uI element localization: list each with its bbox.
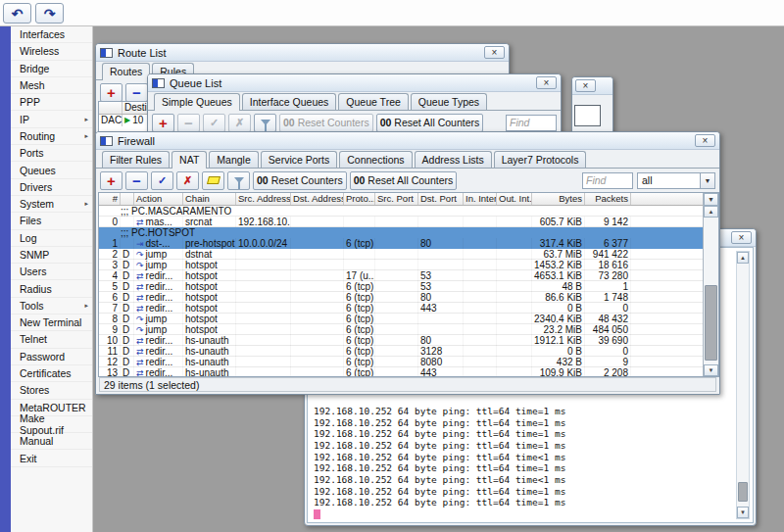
- tab-queue-types[interactable]: Queue Types: [411, 93, 487, 110]
- add-button[interactable]: +: [152, 114, 174, 132]
- add-button[interactable]: +: [100, 83, 122, 102]
- remove-button[interactable]: −: [177, 114, 200, 132]
- table-row[interactable]: 13D⇄redir...hs-unauth6 (tcp)443109.9 KiB…: [99, 367, 703, 376]
- comment-row[interactable]: ;;; PC.MASCARAMENTO: [99, 206, 703, 217]
- disable-button[interactable]: ✗: [228, 114, 251, 132]
- sidebar-item-password[interactable]: Password: [11, 349, 92, 365]
- redo-button[interactable]: ↷: [35, 3, 64, 24]
- scroll-track[interactable]: [737, 264, 749, 507]
- route-list-close-button[interactable]: ×: [484, 46, 505, 59]
- scroll-down-icon[interactable]: ▼: [704, 364, 718, 376]
- queue-list-close-button[interactable]: ×: [536, 76, 557, 89]
- sidebar-item-ppp[interactable]: PPP: [11, 94, 92, 111]
- undo-button[interactable]: ↶: [3, 3, 31, 24]
- remove-button[interactable]: −: [125, 171, 148, 190]
- route-list-titlebar[interactable]: Route List ×: [96, 44, 509, 62]
- table-row[interactable]: 10D⇄redir...hs-unauth6 (tcp)801912.1 KiB…: [99, 335, 703, 346]
- table-row[interactable]: 5D⇄redir...hotspot6 (tcp)5348 B1: [99, 281, 703, 292]
- sidebar-item-telnet[interactable]: Telnet: [11, 331, 92, 348]
- background-window-field[interactable]: [574, 105, 601, 126]
- column-header-in-inter[interactable]: In. Inter...: [464, 193, 497, 205]
- sidebar-item-ip[interactable]: IP▸: [11, 111, 92, 127]
- background-window-close-button[interactable]: ×: [575, 79, 596, 92]
- firewall-titlebar[interactable]: Firewall ×: [96, 132, 719, 150]
- tab-connections[interactable]: Connections: [339, 151, 412, 168]
- tab-queue-tree[interactable]: Queue Tree: [338, 93, 408, 110]
- column-header-proto[interactable]: Proto...: [344, 193, 375, 205]
- filter-dropdown[interactable]: all ▼: [637, 172, 715, 189]
- sidebar-item-system[interactable]: System▸: [11, 196, 92, 213]
- terminal-scrollbar[interactable]: ▲ ▼: [736, 251, 750, 519]
- sidebar-item-tools[interactable]: Tools▸: [11, 298, 92, 314]
- reset-counters-button[interactable]: 00 Reset Counters: [279, 114, 373, 132]
- filter-button[interactable]: [227, 171, 250, 190]
- table-row[interactable]: 7D⇄redir...hotspot6 (tcp)4430 B0: [99, 303, 703, 314]
- tab-layer7-protocols[interactable]: Layer7 Protocols: [494, 151, 587, 168]
- sidebar-item-bridge[interactable]: Bridge: [11, 61, 92, 77]
- column-header-src-port[interactable]: Src. Port: [375, 193, 418, 205]
- sidebar-item-users[interactable]: Users: [11, 264, 92, 280]
- table-row[interactable]: 9D↷jumphotspot6 (tcp)23.2 MiB484 050: [99, 324, 703, 335]
- comment-button[interactable]: [202, 171, 224, 190]
- scroll-down-icon[interactable]: ▼: [737, 507, 749, 518]
- column-header-action[interactable]: Action: [134, 193, 183, 205]
- tab-address-lists[interactable]: Address Lists: [415, 151, 492, 168]
- sidebar-item-mesh[interactable]: Mesh: [11, 77, 92, 94]
- add-button[interactable]: +: [100, 171, 122, 190]
- column-header-bytes[interactable]: Bytes: [532, 193, 585, 205]
- tab-interface-queues[interactable]: Interface Queues: [242, 93, 337, 110]
- column-header-blank[interactable]: #: [99, 193, 121, 205]
- reset-counters-button[interactable]: 00 Reset Counters: [253, 171, 347, 190]
- column-header-packets[interactable]: Packets: [585, 193, 631, 205]
- queue-list-titlebar[interactable]: Queue List ×: [148, 74, 561, 92]
- tab-routes[interactable]: Routes: [102, 63, 150, 80]
- column-header-dst-address[interactable]: Dst. Address: [291, 193, 344, 205]
- table-row[interactable]: 6D⇄redir...hotspot6 (tcp)8086.6 KiB1 748: [99, 292, 703, 303]
- column-header-chain[interactable]: Chain: [183, 193, 236, 205]
- tab-simple-queues[interactable]: Simple Queues: [154, 93, 240, 111]
- sidebar-item-snmp[interactable]: SNMP: [11, 247, 92, 264]
- sidebar-item-exit[interactable]: Exit: [11, 450, 92, 466]
- scroll-thumb[interactable]: [705, 285, 717, 361]
- column-select-icon[interactable]: ▼: [704, 193, 718, 206]
- tab-service-ports[interactable]: Service Ports: [261, 151, 337, 168]
- tab-mangle[interactable]: Mangle: [209, 151, 258, 168]
- table-row[interactable]: 1⇥dst-...pre-hotspot10.0.0.0/246 (tcp)80…: [99, 238, 703, 249]
- find-input[interactable]: [582, 172, 633, 189]
- sidebar-item-certificates[interactable]: Certificates: [11, 365, 92, 382]
- sidebar-item-ports[interactable]: Ports: [11, 145, 92, 162]
- column-header-flags[interactable]: [121, 193, 134, 205]
- scroll-up-icon[interactable]: ▲: [704, 206, 718, 218]
- column-header-dst-port[interactable]: Dst. Port: [418, 193, 464, 205]
- column-header-src-address[interactable]: Src. Address: [236, 193, 291, 205]
- scroll-up-icon[interactable]: ▲: [737, 252, 749, 264]
- table-row[interactable]: 11D⇄redir...hs-unauth6 (tcp)31280 B0: [99, 346, 703, 357]
- enable-button[interactable]: ✓: [203, 114, 225, 132]
- background-window-titlebar[interactable]: ×: [572, 77, 612, 95]
- table-row[interactable]: 4D⇄redir...hotspot17 (u...534653.1 KiB73…: [99, 270, 703, 281]
- firewall-close-button[interactable]: ×: [695, 134, 715, 147]
- find-input[interactable]: [506, 115, 557, 131]
- sidebar-item-make-supout-rif[interactable]: Make Supout.rif: [11, 416, 92, 433]
- sidebar-item-routing[interactable]: Routing▸: [11, 128, 92, 145]
- disable-button[interactable]: ✗: [176, 171, 199, 190]
- reset-all-counters-button[interactable]: 00 Reset All Counters: [376, 114, 484, 132]
- sidebar-item-interfaces[interactable]: Interfaces: [11, 26, 92, 43]
- sidebar-item-stores[interactable]: Stores: [11, 382, 92, 399]
- comment-row[interactable]: ;;; PC.HOTSPOT: [99, 227, 703, 238]
- column-header-out-int[interactable]: Out. Int...: [497, 193, 532, 205]
- sidebar-item-log[interactable]: Log: [11, 230, 92, 247]
- sidebar-item-wireless[interactable]: Wireless: [11, 43, 92, 60]
- dropdown-arrow-icon[interactable]: ▼: [700, 172, 715, 189]
- table-row[interactable]: 8D↷jumphotspot6 (tcp)2340.4 KiB48 432: [99, 314, 703, 324]
- tab-filter-rules[interactable]: Filter Rules: [102, 151, 170, 168]
- reset-all-counters-button[interactable]: 00 Reset All Counters: [350, 171, 458, 190]
- filter-button[interactable]: [254, 114, 276, 132]
- sidebar-item-radius[interactable]: Radius: [11, 280, 92, 297]
- remove-button[interactable]: −: [125, 83, 148, 102]
- table-row[interactable]: 3D↷jumphotspot1453.2 KiB18 616: [99, 260, 703, 270]
- table-row[interactable]: 0⇄mas...srcnat192.168.10...605.7 KiB9 14…: [99, 217, 703, 227]
- enable-button[interactable]: ✓: [151, 171, 173, 190]
- sidebar-item-drivers[interactable]: Drivers: [11, 179, 92, 196]
- tab-nat[interactable]: NAT: [172, 151, 207, 169]
